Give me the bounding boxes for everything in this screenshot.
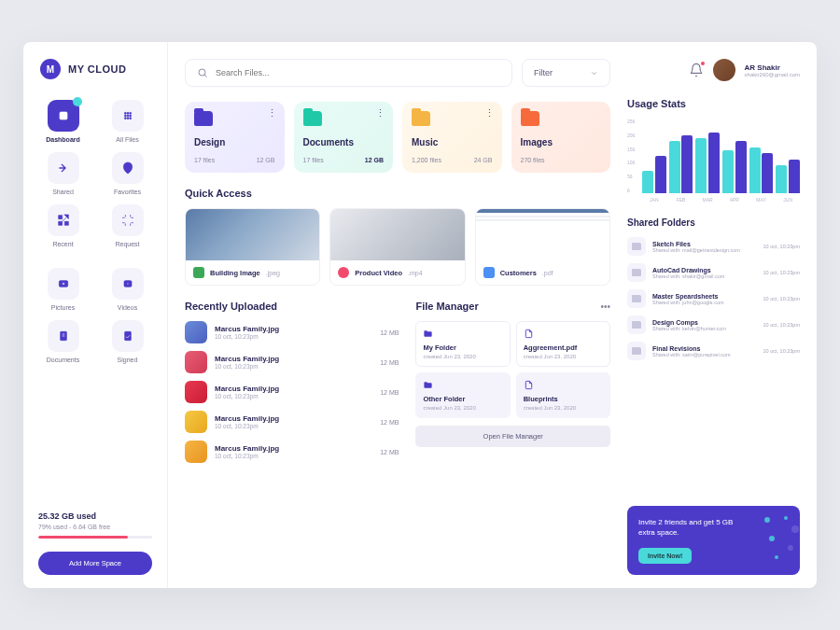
search-box[interactable] (185, 59, 512, 87)
folder-icon (423, 329, 433, 339)
open-file-manager-button[interactable]: Open File Manager (415, 426, 610, 447)
fm-name: Aggreement.pdf (524, 343, 603, 352)
chart-bar (708, 133, 720, 193)
file-icon (524, 329, 534, 339)
chart-bar (642, 171, 653, 193)
folder-files: 17 files (303, 157, 324, 163)
decorative-shapes-icon (758, 511, 800, 567)
file-date: 10 oct, 10:23pm (215, 363, 372, 370)
fm-item[interactable]: Blueprintscreated Jun 23, 2020 (516, 372, 610, 418)
quick-access-item[interactable]: Product Video.mp4 (329, 208, 465, 286)
recent-item[interactable]: Marcus Family.jpg10 oct, 10:23pm12 MB (185, 351, 399, 373)
shared-with: Shared with: mail@getnextdesign.com (652, 247, 757, 253)
shared-folder-item[interactable]: Final RevisionsShared with: saim@purepix… (627, 342, 800, 360)
search-input[interactable] (216, 68, 500, 77)
shared-date: 10 oct, 10:23pm (763, 244, 800, 249)
folder-card-design[interactable]: ⋮Design17 files12 GB (185, 102, 285, 173)
thumbnail (185, 351, 207, 373)
logo[interactable]: M MY CLOUD (35, 59, 156, 79)
nav-item-signed[interactable]: Signed (99, 320, 156, 363)
shared-folder-item[interactable]: Master SpeardsheetsShared with: john@goo… (627, 289, 800, 308)
nav-label: All Files (116, 136, 139, 143)
folder-icon (303, 111, 322, 126)
shared-date: 10 oct, 10:23pm (763, 348, 800, 354)
svg-point-9 (129, 118, 131, 119)
file-type-icon (483, 267, 495, 278)
nav-label: Shared (52, 189, 74, 195)
folder-card-docs[interactable]: ⋮Documents17 files12 GB (294, 102, 394, 173)
fm-date: created Jun 23, 2020 (524, 405, 603, 411)
quick-access-item[interactable]: Building Image.jpeg (185, 208, 320, 286)
recent-item[interactable]: Marcus Family.jpg10 oct, 10:23pm12 MB (185, 441, 399, 463)
shared-with: Shared with: saim@purepixel.com (652, 352, 757, 357)
app-window: M MY CLOUD DashboardAll FilesSharedFavor… (23, 42, 817, 588)
svg-point-20 (764, 517, 770, 523)
nav-icon (112, 268, 144, 300)
nav-item-favorites[interactable]: Favorites (99, 152, 156, 195)
svg-point-25 (775, 555, 778, 559)
nav-label: Pictures (51, 304, 75, 311)
nav-item-videos[interactable]: Videos (99, 268, 156, 311)
svg-point-18 (199, 69, 205, 76)
svg-point-7 (124, 118, 126, 119)
more-icon[interactable]: ••• (600, 301, 610, 312)
recent-title: Recently Uploaded (185, 301, 399, 312)
shared-folder-item[interactable]: Sketch FilesShared with: mail@getnextdes… (627, 237, 800, 256)
chart-x-label: FEB (669, 197, 693, 203)
nav-label: Dashboard (46, 136, 80, 143)
recent-item[interactable]: Marcus Family.jpg10 oct, 10:23pm12 MB (185, 381, 399, 403)
file-date: 10 oct, 10:23pm (215, 453, 372, 459)
more-icon[interactable]: ⋮ (484, 111, 495, 115)
folder-size: 12 GB (257, 157, 275, 163)
quick-access-item[interactable]: Customers.pdf (475, 208, 610, 286)
storage-detail: 79% used - 6.64 GB free (38, 524, 152, 530)
fm-date: created Jun 23, 2020 (423, 405, 502, 411)
nav-icon (112, 320, 144, 352)
fm-item[interactable]: Other Foldercreated Jun 23, 2020 (415, 372, 510, 418)
notification-icon[interactable] (689, 63, 704, 77)
more-icon[interactable]: ⋮ (375, 111, 385, 115)
more-icon[interactable]: ⋮ (267, 111, 277, 115)
folder-icon (627, 263, 646, 282)
fm-item[interactable]: Aggreement.pdfcreated Jun 23, 2020 (516, 321, 610, 367)
fm-name: My Folder (423, 343, 502, 352)
file-date: 10 oct, 10:23pm (215, 393, 372, 399)
avatar[interactable] (713, 59, 735, 81)
shared-folder-item[interactable]: Design CompsShared with: kelvin@hunter.c… (627, 315, 800, 334)
file-date: 10 oct, 10:23pm (215, 423, 372, 429)
nav-item-request[interactable]: Request (99, 204, 156, 247)
file-date: 10 oct, 10:23pm (215, 333, 372, 340)
folder-icon (521, 111, 539, 126)
svg-point-11 (62, 283, 64, 286)
recent-item[interactable]: Marcus Family.jpg10 oct, 10:23pm12 MB (185, 321, 399, 343)
file-name: Marcus Family.jpg (215, 355, 372, 363)
recent-item[interactable]: Marcus Family.jpg10 oct, 10:23pm12 MB (185, 411, 399, 433)
nav-item-documents[interactable]: Documents (35, 320, 91, 363)
chart-bar (789, 160, 800, 193)
nav-label: Videos (118, 304, 137, 311)
fm-item[interactable]: My Foldercreated Jun 23, 2020 (415, 321, 510, 367)
invite-button[interactable]: Invite Now! (638, 548, 692, 564)
shared-folder-item[interactable]: AutoCad DrawingsShared with: shakir@gmai… (627, 263, 800, 282)
thumbnail (185, 381, 207, 403)
add-space-button[interactable]: Add More Space (38, 552, 152, 575)
file-ext: .mp4 (408, 270, 423, 276)
nav-item-pictures[interactable]: Pictures (35, 268, 91, 311)
nav-item-all-files[interactable]: All Files (99, 100, 156, 143)
filter-dropdown[interactable]: Filter (522, 59, 610, 87)
folder-icon (627, 342, 646, 360)
svg-point-23 (769, 536, 775, 541)
nav-item-shared[interactable]: Shared (35, 152, 91, 195)
file-name: Customers (500, 269, 537, 277)
folder-card-images[interactable]: Images270 files (511, 102, 611, 173)
chart-bar (762, 153, 773, 193)
file-type-icon (338, 267, 349, 278)
nav-item-recent[interactable]: Recent (35, 204, 91, 247)
file-size: 12 MB (380, 359, 399, 366)
nav-icon (48, 100, 79, 132)
folder-card-music[interactable]: ⋮Music1,200 files24 GB (402, 102, 502, 173)
svg-point-1 (124, 112, 126, 114)
storage-widget: 25.32 GB used 79% used - 6.64 GB free Ad… (35, 511, 156, 575)
file-size: 12 MB (380, 449, 399, 455)
nav-item-dashboard[interactable]: Dashboard (35, 100, 91, 143)
